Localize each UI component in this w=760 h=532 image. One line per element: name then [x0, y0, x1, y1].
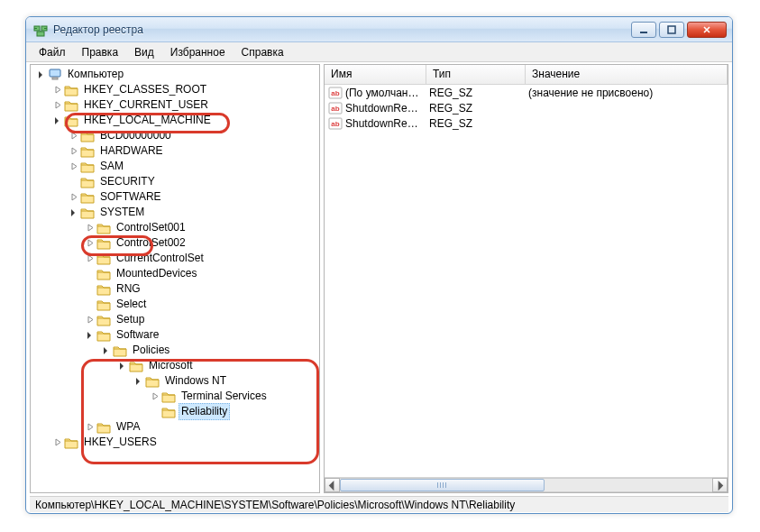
tree-label: Windows NT: [162, 373, 229, 389]
expander-icon[interactable]: [85, 422, 96, 433]
string-value-icon: ab: [328, 116, 343, 131]
folder-icon: [64, 114, 78, 128]
expander-icon[interactable]: [101, 345, 112, 356]
tree-item-hku[interactable]: HKEY_USERS: [31, 435, 319, 450]
expander-icon[interactable]: [52, 437, 63, 448]
tree-item[interactable]: CurrentControlSet: [31, 251, 319, 266]
expander-icon[interactable]: [69, 146, 79, 157]
tree-label: Компьютер: [65, 67, 126, 82]
maximize-button[interactable]: [659, 22, 684, 38]
tree-item[interactable]: SAM: [31, 159, 319, 174]
tree-item[interactable]: Setup: [31, 312, 319, 327]
expander-icon[interactable]: [69, 192, 79, 203]
tree-label: ControlSet001: [114, 220, 188, 235]
menu-view[interactable]: Вид: [127, 44, 161, 60]
expander-icon[interactable]: [85, 330, 96, 341]
list-row[interactable]: ab(По умолчанию)REG_SZ(значение не присв…: [325, 85, 728, 100]
tree-pane[interactable]: Компьютер HKEY_CLASSES_ROOT HKEY_CURRENT…: [30, 64, 320, 493]
expander-icon[interactable]: [150, 391, 160, 402]
expander-icon[interactable]: [52, 85, 63, 96]
tree-item[interactable]: RNG: [31, 281, 319, 297]
list-row[interactable]: abShutdownReaso...REG_SZ: [325, 115, 728, 131]
expander-icon[interactable]: [85, 253, 96, 264]
tree-item[interactable]: BCD00000000: [31, 128, 319, 143]
expander-icon[interactable]: [85, 223, 96, 234]
tree-label: SAM: [97, 159, 126, 174]
expander-icon[interactable]: [133, 376, 144, 387]
folder-icon: [64, 436, 78, 450]
list-row[interactable]: abShutdownReaso...REG_SZ: [325, 100, 728, 115]
cell-name: ShutdownReaso...: [345, 117, 429, 130]
scroll-left-button[interactable]: [325, 478, 340, 492]
folder-icon: [96, 236, 111, 251]
tree-item[interactable]: Select: [31, 297, 319, 312]
column-header-name[interactable]: Имя: [325, 65, 426, 84]
svg-rect-3: [640, 32, 647, 33]
scroll-thumb[interactable]: [340, 479, 545, 491]
cell-name: (По умолчанию): [345, 87, 429, 99]
tree-item-hkcu[interactable]: HKEY_CURRENT_USER: [31, 97, 319, 113]
expander-icon[interactable]: [69, 207, 79, 218]
expander-icon[interactable]: [69, 131, 79, 142]
tree-item-hklm[interactable]: HKEY_LOCAL_MACHINE: [31, 113, 319, 128]
expander-icon[interactable]: [117, 361, 128, 371]
tree-item-policies[interactable]: Policies: [31, 343, 319, 358]
regedit-icon: [33, 23, 48, 37]
folder-icon: [80, 144, 95, 159]
menu-file[interactable]: Файл: [32, 44, 73, 60]
close-button[interactable]: [687, 22, 727, 38]
tree-item-reliability[interactable]: Reliability: [31, 404, 319, 419]
tree-label: SYSTEM: [97, 205, 147, 220]
titlebar[interactable]: Редактор реестра: [26, 17, 732, 42]
cell-data: (значение не присвоено): [528, 87, 728, 99]
expander-icon[interactable]: [85, 315, 96, 326]
tree-item-computer[interactable]: Компьютер: [31, 67, 319, 82]
folder-icon: [80, 190, 95, 205]
registry-tree[interactable]: Компьютер HKEY_CLASSES_ROOT HKEY_CURRENT…: [31, 65, 319, 452]
listview-body[interactable]: ab(По умолчанию)REG_SZ(значение не присв…: [325, 85, 728, 477]
menu-edit[interactable]: Правка: [75, 44, 126, 60]
tree-label: HKEY_LOCAL_MACHINE: [81, 113, 214, 128]
column-header-data[interactable]: Значение: [526, 65, 728, 84]
horizontal-scrollbar[interactable]: [325, 477, 728, 492]
tree-item-microsoft[interactable]: Microsoft: [31, 358, 319, 373]
minimize-button[interactable]: [631, 22, 656, 38]
cell-type: REG_SZ: [429, 117, 528, 130]
tree-item[interactable]: ControlSet002: [31, 235, 319, 251]
expander-icon[interactable]: [69, 161, 79, 172]
tree-item[interactable]: MountedDevices: [31, 266, 319, 281]
tree-label: Policies: [130, 343, 172, 358]
tree-item-system[interactable]: SYSTEM: [31, 205, 319, 220]
svg-rect-2: [37, 32, 44, 36]
tree-item[interactable]: HARDWARE: [31, 143, 319, 159]
column-header-type[interactable]: Тип: [426, 65, 526, 84]
folder-icon: [96, 221, 111, 235]
tree-label: Select: [114, 297, 149, 312]
scroll-right-button[interactable]: [712, 478, 728, 492]
tree-label: HARDWARE: [97, 143, 166, 159]
tree-item[interactable]: SECURITY: [31, 174, 319, 189]
svg-text:ab: ab: [331, 105, 339, 113]
tree-item-hkcr[interactable]: HKEY_CLASSES_ROOT: [31, 82, 319, 97]
svg-rect-6: [52, 78, 58, 79]
folder-icon: [80, 206, 95, 220]
tree-label: Software: [114, 327, 161, 343]
tree-item[interactable]: WPA: [31, 419, 319, 435]
menu-favorites[interactable]: Избранное: [163, 44, 233, 60]
window-frame: Редактор реестра Файл Правка Вид Избранн…: [25, 16, 733, 514]
menu-help[interactable]: Справка: [234, 44, 291, 60]
svg-rect-5: [50, 69, 60, 77]
tree-item[interactable]: ControlSet001: [31, 220, 319, 235]
tree-item-terminal-services[interactable]: Terminal Services: [31, 389, 319, 404]
expander-icon[interactable]: [52, 115, 63, 126]
computer-icon: [48, 68, 62, 82]
scroll-track[interactable]: [340, 478, 712, 492]
expander-icon[interactable]: [36, 69, 47, 80]
tree-item-windowsnt[interactable]: Windows NT: [31, 373, 319, 389]
svg-rect-4: [668, 26, 675, 33]
tree-item[interactable]: SOFTWARE: [31, 189, 319, 205]
tree-item-software[interactable]: Software: [31, 327, 319, 343]
menubar: Файл Правка Вид Избранное Справка: [26, 42, 732, 62]
expander-icon[interactable]: [85, 238, 96, 249]
expander-icon[interactable]: [52, 100, 63, 111]
